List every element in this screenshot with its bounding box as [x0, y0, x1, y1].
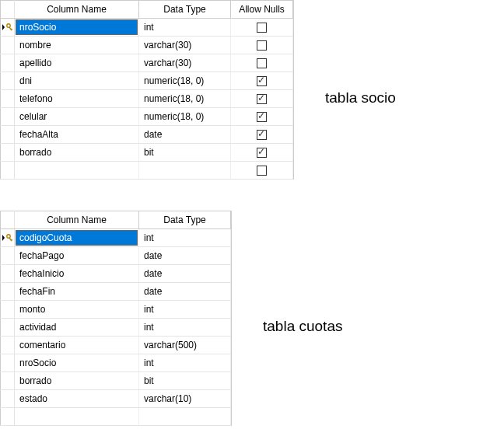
- table-row[interactable]: telefononumeric(18, 0): [1, 90, 293, 108]
- column-name-cell[interactable]: celular: [15, 108, 139, 126]
- data-type-cell[interactable]: numeric(18, 0): [139, 72, 231, 90]
- allow-nulls-checkbox[interactable]: [257, 166, 267, 176]
- data-type-cell[interactable]: date: [139, 265, 231, 283]
- data-type-cell[interactable]: bit: [139, 144, 231, 162]
- row-selector[interactable]: [1, 72, 15, 90]
- row-selector[interactable]: [1, 301, 15, 319]
- table-row[interactable]: estadovarchar(10): [1, 390, 231, 408]
- table-row[interactable]: dninumeric(18, 0): [1, 72, 293, 90]
- table-designer-socio[interactable]: Column Name Data Type Allow Nulls nroSoc…: [0, 0, 294, 180]
- table-row[interactable]: fechaIniciodate: [1, 265, 231, 283]
- data-type-cell[interactable]: int: [139, 301, 231, 319]
- allow-nulls-checkbox[interactable]: [257, 23, 267, 33]
- row-selector[interactable]: [1, 390, 15, 408]
- column-name-cell[interactable]: fechaPago: [15, 247, 139, 265]
- allow-nulls-checkbox[interactable]: [257, 148, 267, 158]
- row-selector[interactable]: [1, 90, 15, 108]
- row-selector[interactable]: [1, 354, 15, 372]
- column-name-cell[interactable]: actividad: [15, 319, 139, 337]
- data-type-cell[interactable]: int: [139, 229, 231, 247]
- row-selector[interactable]: [1, 408, 15, 426]
- row-selector[interactable]: [1, 372, 15, 390]
- allow-nulls-cell[interactable]: [231, 90, 293, 108]
- allow-nulls-checkbox[interactable]: [257, 94, 267, 104]
- column-name-cell[interactable]: [15, 162, 139, 180]
- table-row[interactable]: nombrevarchar(30): [1, 37, 293, 54]
- row-selector[interactable]: [1, 126, 15, 144]
- row-selector[interactable]: [1, 319, 15, 337]
- column-name-cell[interactable]: nombre: [15, 37, 139, 54]
- allow-nulls-checkbox[interactable]: [257, 76, 267, 86]
- column-name-cell[interactable]: borrado: [15, 372, 139, 390]
- row-selector[interactable]: [1, 337, 15, 354]
- column-name-cell[interactable]: nroSocio: [15, 354, 139, 372]
- header-data-type[interactable]: Data Type: [139, 1, 231, 19]
- header-column-name[interactable]: Column Name: [15, 1, 139, 19]
- data-type-cell[interactable]: numeric(18, 0): [139, 90, 231, 108]
- column-name-cell[interactable]: monto: [15, 301, 139, 319]
- column-name-cell[interactable]: comentario: [15, 337, 139, 354]
- table-row[interactable]: fechaAltadate: [1, 126, 293, 144]
- row-selector[interactable]: [1, 247, 15, 265]
- header-data-type[interactable]: Data Type: [139, 211, 231, 229]
- header-column-name[interactable]: Column Name: [15, 211, 139, 229]
- column-name-cell[interactable]: apellido: [15, 54, 139, 72]
- data-type-cell[interactable]: int: [139, 19, 231, 37]
- data-type-cell[interactable]: int: [139, 354, 231, 372]
- data-type-cell[interactable]: [139, 162, 231, 180]
- allow-nulls-checkbox[interactable]: [257, 130, 267, 140]
- data-type-cell[interactable]: bit: [139, 372, 231, 390]
- table-row[interactable]: nroSocioint: [1, 19, 293, 37]
- table-row[interactable]: codigoCuotaint: [1, 229, 231, 247]
- data-type-cell[interactable]: varchar(30): [139, 54, 231, 72]
- allow-nulls-cell[interactable]: [231, 19, 293, 37]
- column-name-cell[interactable]: fechaFin: [15, 283, 139, 301]
- table-row[interactable]: montoint: [1, 301, 231, 319]
- column-name-cell[interactable]: dni: [15, 72, 139, 90]
- header-allow-nulls[interactable]: Allow Nulls: [231, 1, 293, 19]
- column-name-cell[interactable]: codigoCuota: [15, 229, 139, 247]
- column-name-cell[interactable]: estado: [15, 390, 139, 408]
- table-row[interactable]: borradobit: [1, 144, 293, 162]
- table-row[interactable]: comentariovarchar(500): [1, 337, 231, 354]
- column-name-cell[interactable]: nroSocio: [15, 19, 139, 37]
- data-type-cell[interactable]: date: [139, 126, 231, 144]
- allow-nulls-checkbox[interactable]: [257, 58, 267, 68]
- allow-nulls-cell[interactable]: [231, 108, 293, 126]
- allow-nulls-cell[interactable]: [231, 144, 293, 162]
- data-type-cell[interactable]: date: [139, 283, 231, 301]
- data-type-cell[interactable]: varchar(500): [139, 337, 231, 354]
- row-selector[interactable]: [1, 162, 15, 180]
- row-selector[interactable]: [1, 229, 15, 247]
- allow-nulls-cell[interactable]: [231, 54, 293, 72]
- row-selector[interactable]: [1, 265, 15, 283]
- allow-nulls-cell[interactable]: [231, 126, 293, 144]
- allow-nulls-checkbox[interactable]: [257, 40, 267, 51]
- table-row[interactable]: fechaFindate: [1, 283, 231, 301]
- allow-nulls-cell[interactable]: [231, 72, 293, 90]
- column-name-cell[interactable]: telefono: [15, 90, 139, 108]
- table-row[interactable]: borradobit: [1, 372, 231, 390]
- row-selector[interactable]: [1, 144, 15, 162]
- table-row[interactable]: [1, 162, 293, 180]
- table-row[interactable]: [1, 408, 231, 426]
- allow-nulls-cell[interactable]: [231, 37, 293, 54]
- column-name-cell[interactable]: fechaInicio: [15, 265, 139, 283]
- row-selector[interactable]: [1, 108, 15, 126]
- table-row[interactable]: fechaPagodate: [1, 247, 231, 265]
- table-row[interactable]: actividadint: [1, 319, 231, 337]
- data-type-cell[interactable]: int: [139, 319, 231, 337]
- column-name-cell[interactable]: [15, 408, 139, 426]
- allow-nulls-checkbox[interactable]: [257, 112, 267, 122]
- row-selector[interactable]: [1, 19, 15, 37]
- table-row[interactable]: nroSocioint: [1, 354, 231, 372]
- data-type-cell[interactable]: [139, 408, 231, 426]
- data-type-cell[interactable]: varchar(10): [139, 390, 231, 408]
- table-row[interactable]: apellidovarchar(30): [1, 54, 293, 72]
- table-designer-cuotas[interactable]: Column Name Data Type codigoCuotaintfech…: [0, 211, 232, 426]
- row-selector[interactable]: [1, 54, 15, 72]
- column-name-cell[interactable]: borrado: [15, 144, 139, 162]
- table-row[interactable]: celularnumeric(18, 0): [1, 108, 293, 126]
- column-name-cell[interactable]: fechaAlta: [15, 126, 139, 144]
- row-selector[interactable]: [1, 37, 15, 54]
